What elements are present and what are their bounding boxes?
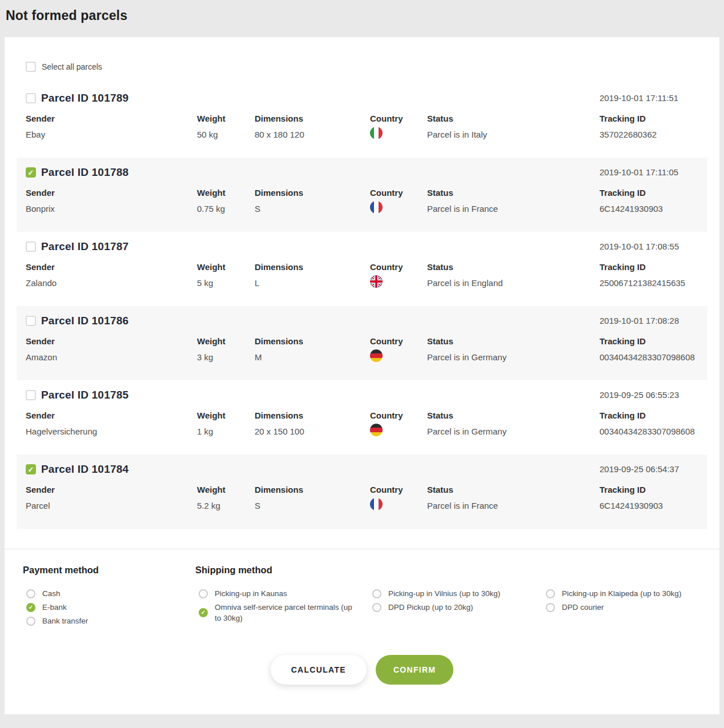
weight-cell: Weight 3 kg (197, 336, 255, 364)
parcel-details-grid: Sender Bonprix Weight 0.75 kg Dimensions… (26, 188, 698, 216)
parcel-datetime: 2019-10-01 17:08:28 (600, 316, 679, 325)
parcel-row-header: Parcel ID 101788 (26, 166, 698, 179)
radio-option-label: DPD courier (562, 602, 604, 613)
radio-unchecked-icon[interactable] (199, 589, 208, 598)
radio-option-label: Cash (42, 588, 61, 599)
parcel-tracking-id: 357022680362 (600, 130, 698, 139)
select-all-label: Select all parcels (42, 62, 102, 71)
sender-cell: Sender Parcel (26, 485, 197, 513)
tracking-column-label: Tracking ID (600, 188, 698, 198)
parcel-id-label: Parcel ID 101784 (41, 463, 128, 476)
payment-method-block: Payment method CashE-bankBank transfer (23, 565, 195, 629)
select-all-parcels[interactable]: Select all parcels (26, 62, 707, 72)
radio-unchecked-icon[interactable] (372, 589, 381, 598)
parcels-card: Select all parcels Parcel ID 101789 2019… (5, 37, 719, 714)
weight-column-label: Weight (197, 262, 255, 272)
tracking-column-label: Tracking ID (600, 336, 698, 346)
parcel-checkbox[interactable] (26, 93, 36, 103)
parcel-dimensions: S (255, 501, 370, 510)
tracking-cell: Tracking ID 250067121382415635 (600, 262, 698, 290)
parcel-status: Parcel is in France (427, 204, 600, 214)
status-cell: Status Parcel is in Germany (427, 336, 600, 364)
parcel-checkbox[interactable] (26, 167, 36, 178)
parcel-id-label: Parcel ID 101786 (41, 315, 128, 327)
shipping-options-column: Picking-up in Klaipeda (up to 30kg)DPD c… (546, 588, 719, 626)
parcel-weight: 0.75 kg (197, 204, 255, 214)
parcel-details-grid: Sender Zalando Weight 5 kg Dimensions L … (26, 262, 698, 290)
parcel-checkbox[interactable] (26, 390, 36, 400)
parcel-checkbox[interactable] (26, 464, 36, 474)
radio-option-label: Picking-up in Vilnius (up to 30kg) (388, 588, 500, 599)
parcel-checkbox[interactable] (26, 242, 36, 252)
radio-checked-icon[interactable] (26, 603, 35, 612)
parcel-status: Parcel is in France (427, 501, 600, 510)
radio-unchecked-icon[interactable] (546, 589, 555, 598)
parcel-status: Parcel is in Germany (427, 352, 600, 362)
parcel-row-header: Parcel ID 101787 (26, 240, 698, 254)
flag-france-icon (370, 201, 383, 214)
dimensions-column-label: Dimensions (255, 262, 370, 272)
sender-column-label: Sender (26, 262, 197, 272)
status-cell: Status Parcel is in France (427, 485, 600, 513)
parcel-row-header: Parcel ID 101789 (26, 91, 698, 105)
dimensions-cell: Dimensions M (255, 336, 370, 364)
radio-option-label: Picking-up in Kaunas (215, 588, 287, 599)
shipping-options-column: Picking-up in Vilnius (up to 30kg)DPD Pi… (372, 588, 546, 626)
radio-option[interactable]: Picking-up in Klaipeda (up to 30kg) (546, 588, 708, 599)
status-column-label: Status (427, 336, 600, 346)
radio-unchecked-icon[interactable] (26, 589, 35, 598)
parcel-row: Parcel ID 101789 2019-10-01 17:11:51 Sen… (17, 83, 707, 158)
radio-option[interactable]: Picking-up in Kaunas (199, 588, 361, 599)
country-column-label: Country (370, 114, 427, 123)
radio-unchecked-icon[interactable] (372, 603, 381, 612)
confirm-button[interactable]: CONFIRM (376, 655, 453, 685)
radio-option[interactable]: Omniva self-service parcel terminals (up… (199, 602, 361, 624)
weight-column-label: Weight (197, 485, 255, 494)
parcel-sender: Parcel (26, 501, 197, 510)
sender-column-label: Sender (26, 485, 197, 494)
select-all-checkbox[interactable] (26, 62, 36, 72)
radio-unchecked-icon[interactable] (26, 617, 35, 626)
radio-option[interactable]: DPD Pickup (up to 20kg) (372, 602, 534, 613)
parcel-row: Parcel ID 101784 2019-09-25 06:54:37 Sen… (17, 455, 707, 529)
dimensions-cell: Dimensions 80 x 180 120 (255, 114, 370, 142)
radio-option[interactable]: Picking-up in Vilnius (up to 30kg) (372, 588, 534, 599)
radio-option[interactable]: Cash (26, 588, 195, 599)
parcel-row: Parcel ID 101787 2019-10-01 17:08:55 Sen… (17, 232, 707, 306)
calculate-button[interactable]: CALCULATE (271, 655, 367, 685)
parcel-id-label: Parcel ID 101785 (41, 389, 128, 401)
parcel-row: Parcel ID 101788 2019-10-01 17:11:05 Sen… (17, 158, 707, 232)
parcel-list: Parcel ID 101789 2019-10-01 17:11:51 Sen… (17, 83, 707, 529)
parcel-row: Parcel ID 101786 2019-10-01 17:08:28 Sen… (17, 306, 707, 380)
sender-cell: Sender Ebay (26, 114, 197, 142)
country-cell: Country (370, 485, 427, 513)
parcel-checkbox[interactable] (26, 316, 36, 326)
radio-option[interactable]: Bank transfer (26, 616, 195, 626)
shipping-method-title: Shipping method (195, 565, 719, 576)
status-cell: Status Parcel is in Germany (427, 411, 600, 439)
parcel-details-grid: Sender Ebay Weight 50 kg Dimensions 80 x… (26, 114, 698, 142)
weight-cell: Weight 1 kg (197, 411, 255, 439)
radio-option[interactable]: DPD courier (546, 602, 708, 613)
parcel-dimensions: 20 x 150 100 (255, 427, 370, 436)
parcel-tracking-id: 6C14241930903 (600, 501, 698, 510)
flag-germany-icon (370, 349, 383, 362)
radio-option[interactable]: E-bank (26, 602, 195, 613)
parcel-row-header: Parcel ID 101784 (26, 462, 698, 476)
parcel-sender: Bonprix (26, 204, 197, 214)
country-column-label: Country (370, 411, 427, 420)
radio-unchecked-icon[interactable] (546, 603, 555, 612)
weight-column-label: Weight (197, 411, 255, 420)
parcel-dimensions: S (255, 204, 370, 214)
country-cell: Country (370, 262, 427, 290)
parcel-status: Parcel is in Germany (427, 427, 600, 436)
country-cell: Country (370, 188, 427, 216)
status-cell: Status Parcel is in England (427, 262, 600, 290)
weight-column-label: Weight (197, 188, 255, 198)
dimensions-cell: Dimensions S (255, 485, 370, 513)
tracking-cell: Tracking ID 6C14241930903 (600, 188, 698, 216)
dimensions-column-label: Dimensions (255, 411, 370, 420)
tracking-cell: Tracking ID 00340434283307098608 (600, 411, 698, 439)
radio-checked-icon[interactable] (199, 608, 208, 617)
parcel-id-label: Parcel ID 101787 (41, 240, 128, 253)
